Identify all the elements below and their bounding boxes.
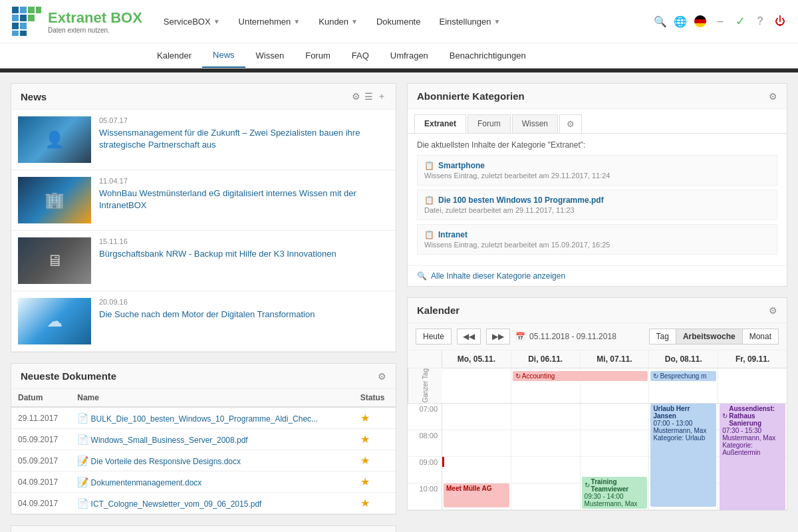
nav-wissen[interactable]: Wissen [245,44,295,67]
news-add-icon[interactable]: ＋ [377,90,386,102]
globe-icon[interactable]: 🌐 [673,14,688,29]
news-item[interactable]: 🖥 15.11.16 Bürgschaftsbank NRW - Backup … [11,231,396,291]
unternehmen-arrow: ▼ [293,18,300,25]
left-column: News ⚙ ☰ ＋ 👤 05.07.17 Wissensmanagement … [11,83,396,532]
nav-forum[interactable]: Forum [295,44,341,67]
star-icon[interactable]: ★ [360,434,370,445]
right-column: Abonnierte Kategorien ⚙ Extranet Forum W… [407,83,787,532]
nav-umfragen[interactable]: Umfragen [380,44,439,67]
time-slot-10: 10:00 [408,483,442,510]
show-all-link[interactable]: 🔍 Alle Inhalte dieser Kategorie anzeigen [408,265,787,286]
thumb-icon-2: 🏢 [45,191,65,209]
day-view-button[interactable]: Tag [649,329,676,344]
news-widget-title: News [21,91,352,102]
table-row[interactable]: 05.09.2017 📄 Windows_Small_Business_Serv… [11,429,396,450]
knowledge-item-title-3[interactable]: 📋 Intranet [424,230,770,239]
pdf-icon: 📄 [77,413,88,424]
doc-name[interactable]: BULK_Die_100_besten_Windows_10_Programme… [91,414,319,424]
doc-name[interactable]: ICT_Cologne_Newsletter_vom_09_06_2015.pd… [91,499,262,509]
nav-news[interactable]: News [202,43,245,68]
search-small-icon: 🔍 [417,271,427,281]
news-list-icon[interactable]: ☰ [364,91,373,102]
doc-name[interactable]: Windows_Small_Business_Server_2008.pdf [91,436,248,445]
flag-icon[interactable] [693,14,708,29]
news-item[interactable]: ☁ 20.09.16 Die Suche nach dem Motor der … [11,291,396,352]
month-view-button[interactable]: Monat [743,329,779,344]
tab-extranet[interactable]: Extranet [414,114,466,133]
news-title-2: WohnBau Westmünsterland eG digitalisiert… [99,188,389,211]
doc-status-cell: ★ [354,407,396,429]
tab-forum[interactable]: Forum [467,114,511,133]
event-urlaub-jansen[interactable]: Urlaub Herr Jansen 07:00 - 13:00 Musterm… [650,404,716,507]
col-status: Status [354,389,396,407]
logo-subtitle: Daten extern nutzen. [48,27,142,34]
slot-tue-09 [511,457,580,483]
tab-settings-icon[interactable]: ⚙ [559,114,582,133]
all-day-event-accounting[interactable]: ↻ Accounting [513,371,648,381]
news-item[interactable]: 👤 05.07.17 Wissensmanagement für die Zuk… [11,110,396,170]
star-icon[interactable]: ★ [360,476,370,487]
news-item[interactable]: 🏢 11.04.17 WohnBau Westmünsterland eG di… [11,170,396,231]
documents-settings-icon[interactable]: ⚙ [378,371,386,382]
star-icon[interactable]: ★ [360,455,370,466]
search-icon[interactable]: 🔍 [653,14,668,29]
tab-wissen[interactable]: Wissen [512,114,558,133]
event-meet-mulle[interactable]: Meet Mülle AG [444,483,509,507]
all-day-event-besprechung[interactable]: ↻ Besprechung m [650,371,716,381]
nav-servicebox[interactable]: ServiceBOX ▼ [156,11,228,32]
slot-mon-07 [442,404,511,430]
table-row[interactable]: 05.09.2017 📝 Die Vorteile des Responsive… [11,450,396,471]
power-icon[interactable]: ⏻ [773,14,787,29]
main-content: News ⚙ ☰ ＋ 👤 05.07.17 Wissensmanagement … [0,72,798,532]
event-training-teamviewer[interactable]: ↻ Training Teamviewer 09:30 - 14:00 Must… [582,477,648,509]
news-settings-icon[interactable]: ⚙ [352,91,360,102]
week-view-button[interactable]: Arbeitswoche [676,329,743,344]
refresh-icon: ↻ [515,372,521,380]
day-header-0: Mo, 05.11. [442,350,511,368]
doc-status-cell: ★ [354,429,396,450]
col-name: Name [70,389,354,407]
status-icon[interactable]: ✓ [733,14,747,29]
news-thumb-1: 👤 [18,116,91,163]
refresh-icon-3: ↻ [585,481,590,489]
nav-einstellungen[interactable]: Einstellungen ▼ [431,11,508,32]
nav-unternehmen[interactable]: Unternehmen ▼ [231,11,309,32]
prev-prev-button[interactable]: ◀◀ [457,329,481,344]
help-icon[interactable]: ? [753,14,767,29]
red-time-indicator [442,457,444,467]
knowledge-item-title-1[interactable]: 📋 Smartphone [424,161,770,170]
kalender-widget-title: Kalender [417,305,769,316]
next-next-button[interactable]: ▶▶ [486,329,510,344]
col-date: Datum [11,389,70,407]
abonnierte-settings-icon[interactable]: ⚙ [769,91,777,102]
calendar-content: Mo, 05.11. Di, 06.11. Mi, 07.11. Do, 08.… [408,350,787,510]
all-day-cell-0 [442,368,511,403]
table-row[interactable]: 04.09.2017 📝 Dokumentenmanagement.docx ★ [11,471,396,493]
doc-name-cell: 📄 ICT_Cologne_Newsletter_vom_09_06_2015.… [70,493,354,514]
table-row[interactable]: 29.11.2017 📄 BULK_Die_100_besten_Windows… [11,407,396,429]
event-aussendienst[interactable]: ↻ Aussendienst: Rathaus Sanierung 07:30 … [720,404,785,510]
day-col-3: Urlaub Herr Jansen 07:00 - 13:00 Musterm… [649,404,718,510]
nav-kalender[interactable]: Kalender [146,44,202,67]
nav-faq[interactable]: FAQ [341,44,380,67]
today-button[interactable]: Heute [416,329,452,344]
table-row[interactable]: 04.09.2017 📄 ICT_Cologne_Newsletter_vom_… [11,493,396,514]
doc-name[interactable]: Die Vorteile des Responsive Designs.docx [91,457,241,466]
nav-dokumente[interactable]: Dokumente [368,11,428,32]
star-icon[interactable]: ★ [360,497,370,509]
nav-benachrichtigungen[interactable]: Benachrichtigungen [439,44,537,67]
slot-mon-10: Meet Mülle AG [442,483,511,510]
time-labels: 07:00 08:00 09:00 10:00 [408,404,442,510]
star-icon[interactable]: ★ [360,412,370,424]
calendar-toolbar: Heute ◀◀ ▶▶ 📅 05.11.2018 - 09.11.2018 Ta… [408,323,787,350]
header-top: Extranet BOX Daten extern nutzen. Servic… [0,0,798,43]
servicebox-arrow: ▼ [213,18,220,25]
header: Extranet BOX Daten extern nutzen. Servic… [0,0,798,68]
documents-widget-actions: ⚙ [378,371,386,382]
doc-date: 29.11.2017 [11,407,70,429]
knowledge-item-title-2[interactable]: 📋 Die 100 besten Windows 10 Programme.pd… [424,196,770,205]
doc-name[interactable]: Dokumentenmanagement.docx [91,478,202,487]
nav-kunden[interactable]: Kunden ▼ [311,11,366,32]
knowledge-item-meta-3: Wissens Eintrag, zuletzt bearbeitet am 1… [424,241,770,249]
kalender-settings-icon[interactable]: ⚙ [769,305,777,316]
